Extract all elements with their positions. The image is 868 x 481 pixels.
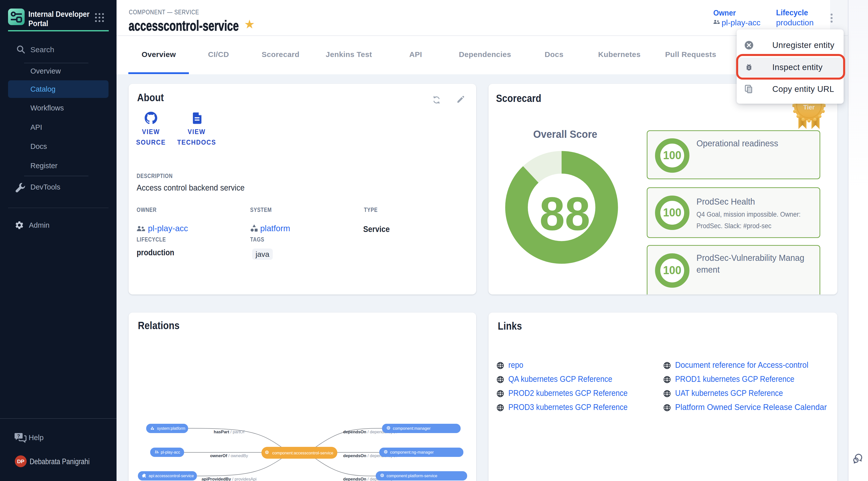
svg-text:pl-play-acc: pl-play-acc	[161, 450, 180, 454]
svg-text:api:accesscontrol-service: api:accesscontrol-service	[149, 474, 194, 478]
svg-text:?: ?	[17, 433, 20, 439]
svg-text:system:platform: system:platform	[157, 426, 185, 430]
svg-text:component:platform-service: component:platform-service	[386, 474, 437, 478]
svg-text:apiProvidedBy / providesApi: apiProvidedBy / providesApi	[202, 477, 256, 481]
svg-text:component:manager: component:manager	[393, 426, 431, 430]
svg-text:ownerOf / ownedBy: ownerOf / ownedBy	[210, 453, 248, 458]
svg-text:component:accesscontrol-servic: component:accesscontrol-service	[272, 451, 333, 455]
svg-text:component:ng-manager: component:ng-manager	[390, 450, 434, 454]
svg-text:88: 88	[539, 187, 590, 240]
svg-text:Tier: Tier	[803, 104, 815, 111]
svg-text:hasPart / partOf: hasPart / partOf	[214, 429, 245, 434]
